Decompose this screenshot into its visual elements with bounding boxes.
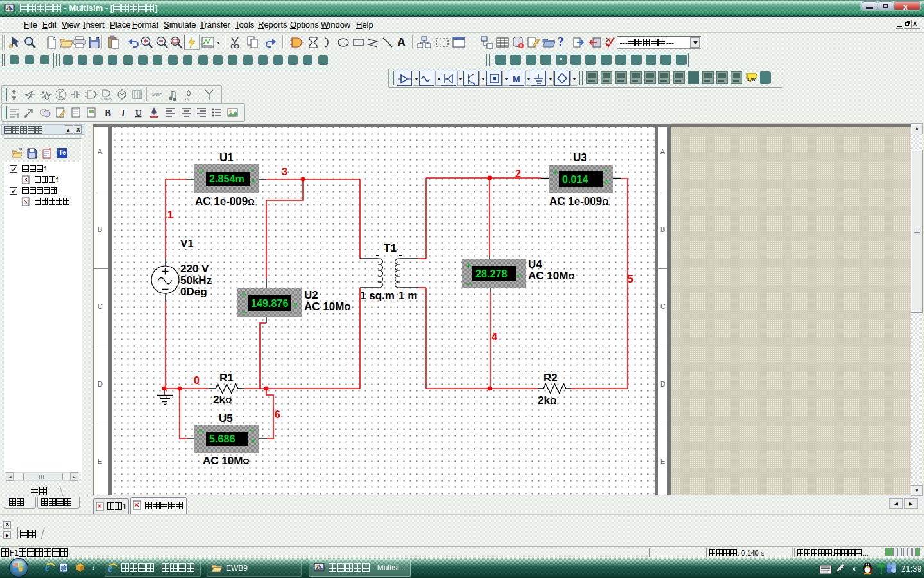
svg-text:V: V bbox=[517, 272, 522, 279]
svg-text:AC 10MΩ: AC 10MΩ bbox=[203, 455, 250, 467]
svg-text:AC 10MΩ: AC 10MΩ bbox=[528, 270, 575, 282]
svg-text:U4: U4 bbox=[528, 258, 542, 270]
svg-text:4: 4 bbox=[492, 331, 497, 342]
svg-text:2kΩ: 2kΩ bbox=[538, 394, 556, 407]
svg-text:R2: R2 bbox=[543, 372, 558, 384]
svg-text:V1: V1 bbox=[180, 238, 194, 250]
svg-text:U1: U1 bbox=[219, 152, 234, 164]
svg-text:6: 6 bbox=[275, 409, 280, 420]
svg-text:1: 1 bbox=[167, 209, 173, 220]
svg-text:U3: U3 bbox=[573, 152, 587, 164]
svg-text:1 sq.m: 1 sq.m bbox=[360, 290, 395, 302]
svg-text:149.876: 149.876 bbox=[251, 297, 289, 309]
svg-text:V: V bbox=[251, 437, 255, 444]
svg-text:2kΩ: 2kΩ bbox=[213, 394, 232, 406]
svg-text:U2: U2 bbox=[304, 289, 318, 301]
svg-text:AC 1e-009Ω: AC 1e-009Ω bbox=[195, 195, 255, 207]
svg-text:A: A bbox=[604, 178, 609, 185]
svg-text:0Deg: 0Deg bbox=[180, 286, 207, 298]
svg-text:U5: U5 bbox=[219, 412, 233, 425]
svg-text:A: A bbox=[251, 177, 255, 184]
svg-text:R1: R1 bbox=[219, 372, 234, 384]
svg-text:AC 10MΩ: AC 10MΩ bbox=[304, 301, 351, 313]
svg-text:220 V: 220 V bbox=[180, 263, 209, 275]
svg-text:1 m: 1 m bbox=[398, 290, 417, 302]
svg-text:0.014: 0.014 bbox=[562, 173, 588, 185]
svg-text:2.854m: 2.854m bbox=[209, 173, 244, 184]
svg-text:5: 5 bbox=[628, 274, 633, 285]
svg-text:3: 3 bbox=[282, 166, 287, 177]
svg-text:T1: T1 bbox=[384, 242, 397, 254]
svg-text:28.278: 28.278 bbox=[475, 268, 508, 279]
svg-text:2: 2 bbox=[515, 168, 521, 179]
svg-text:0: 0 bbox=[194, 375, 200, 386]
svg-text:5.686: 5.686 bbox=[209, 433, 235, 444]
svg-text:V: V bbox=[293, 301, 298, 308]
svg-text:50kHz: 50kHz bbox=[180, 274, 212, 286]
svg-text:AC 1e-009Ω: AC 1e-009Ω bbox=[549, 195, 609, 207]
